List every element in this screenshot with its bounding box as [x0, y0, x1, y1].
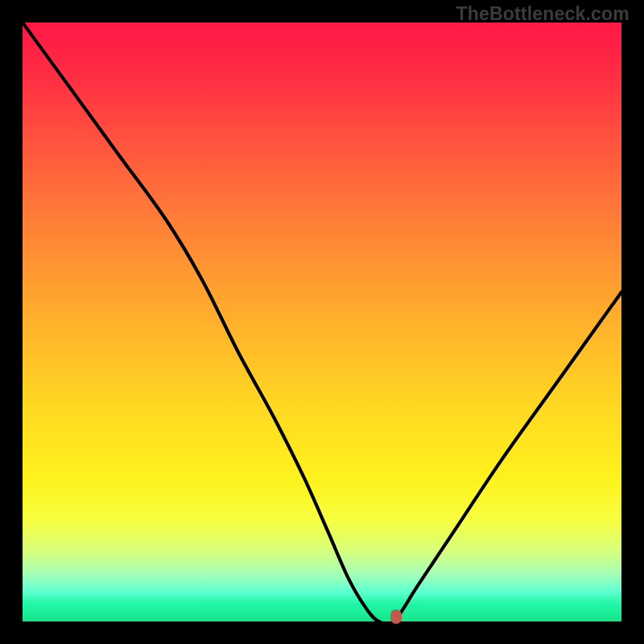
chart-frame: TheBottleneck.com	[0, 0, 644, 644]
plot-area	[23, 23, 621, 621]
minimum-marker	[390, 609, 402, 624]
curve-line	[23, 23, 621, 621]
watermark-text: TheBottleneck.com	[456, 3, 630, 25]
